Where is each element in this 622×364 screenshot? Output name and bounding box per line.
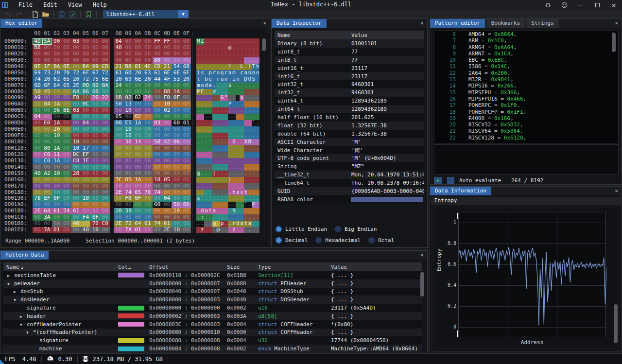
ascii-cell[interactable]: . [256,139,259,145]
ascii-cell[interactable]: . [216,152,220,158]
ascii-cell[interactable]: . [216,126,220,133]
hex-byte-cell[interactable]: 54 [172,64,181,70]
tab-pattern-editor[interactable]: Pattern editor [430,19,485,28]
ascii-cell[interactable]: . [228,139,232,145]
hex-byte-cell[interactable]: 00 [90,164,100,171]
ascii-cell[interactable]: . [220,195,224,202]
ascii-cell[interactable]: . [196,51,200,57]
ascii-cell[interactable]: . [228,51,232,57]
hex-byte-cell[interactable]: 53 [172,76,181,83]
ascii-cell[interactable]: . [216,221,220,227]
ascii-cell[interactable]: . [232,158,236,164]
inspector-row[interactable]: String"MZ" [275,162,424,171]
ascii-cell[interactable]: . [212,214,216,221]
ascii-cell[interactable]: . [208,51,212,57]
ascii-cell[interactable]: . [204,190,208,196]
ascii-cell[interactable]: . [224,45,228,51]
hex-byte-cell[interactable]: 00 [90,183,100,190]
hex-byte-cell[interactable]: 00 [172,171,181,177]
hex-byte-cell[interactable]: 00 [100,183,110,190]
ascii-cell[interactable]: . [204,38,208,45]
ascii-cell[interactable]: . [204,202,208,208]
ascii-cell[interactable]: . [196,208,200,214]
auto-evaluate-checkbox[interactable] [447,177,454,184]
ascii-cell[interactable]: . [244,177,248,183]
ascii-cell[interactable]: . [220,152,224,158]
hex-byte-cell[interactable]: 30 [123,139,133,145]
ascii-cell[interactable]: . [212,145,216,152]
inspector-row[interactable]: GUID{00905A4D-0003-0000-0400-0000FFFF000… [275,187,424,195]
ascii-cell[interactable]: . [240,171,243,177]
ascii-cell[interactable]: @ [216,227,220,233]
ascii-cell[interactable]: a [204,208,208,214]
hex-byte-cell[interactable]: 85 [123,177,133,183]
hex-byte-cell[interactable]: 00 [33,183,42,190]
ascii-cell[interactable]: e [236,190,240,196]
ascii-cell[interactable]: . [252,57,256,64]
hex-byte-cell[interactable]: 00 [143,171,153,177]
ascii-cell[interactable]: . [244,95,248,101]
ascii-cell[interactable]: . [244,45,248,51]
ascii-cell[interactable]: . [212,177,216,183]
ascii-cell[interactable]: . [256,95,259,101]
ascii-cell[interactable]: . [204,133,208,139]
pattern-data-row[interactable]: ▶header0x00000002 : 0x00000030x003Au8[58… [3,312,422,320]
hex-byte-cell[interactable]: 00 [114,183,123,190]
hex-byte-cell[interactable]: 00 [52,183,62,190]
ascii-cell[interactable]: . [216,120,220,126]
ascii-cell[interactable]: T [252,64,256,70]
ascii-cell[interactable]: . [228,89,232,95]
ascii-cell[interactable]: S [252,76,256,83]
hex-byte-cell[interactable]: 0D [81,83,90,89]
hex-byte-cell[interactable]: 58 [153,139,162,145]
ascii-cell[interactable]: . [216,89,220,95]
ascii-cell[interactable]: @ [196,171,200,177]
ascii-cell[interactable]: . [208,158,212,164]
ascii-cell[interactable]: . [244,126,248,133]
inspector-row[interactable]: RGBA8 color [275,195,424,204]
hex-byte-cell[interactable]: 69 [123,76,133,83]
hex-byte-cell[interactable]: 00 [114,152,123,158]
expanded-arrow-icon[interactable]: ▼ [14,298,20,302]
hex-byte-cell[interactable]: 00 [181,57,191,64]
ascii-cell[interactable]: . [252,227,256,233]
menu-item-edit[interactable]: Edit [38,0,63,9]
close-button[interactable]: ✕ [605,0,622,10]
hex-byte-cell[interactable]: 00 [153,227,162,233]
ascii-cell[interactable]: . [252,107,256,114]
ascii-cell[interactable]: . [228,164,232,171]
close-icon[interactable]: ✕ [615,20,618,26]
hex-byte-cell[interactable]: 67 [90,70,100,76]
ascii-cell[interactable]: . [244,57,248,64]
hex-byte-cell[interactable]: 00 [81,171,90,177]
inspector-row[interactable]: uint16_t23117 [275,64,424,72]
hex-byte-cell[interactable]: 00 [172,177,181,183]
ascii-cell[interactable]: . [212,190,216,196]
expanded-arrow-icon[interactable]: ▼ [26,330,33,335]
ascii-cell[interactable]: b [204,76,208,83]
hex-byte-cell[interactable]: 00 [172,158,181,164]
ascii-cell[interactable]: a [248,221,252,227]
hex-scrollbar[interactable] [262,38,266,51]
hex-byte-cell[interactable]: 00 [52,177,62,183]
ascii-cell[interactable]: . [240,51,243,57]
ascii-cell[interactable]: . [232,152,236,158]
ascii-cell[interactable]: | [228,177,232,183]
ascii-cell[interactable]: . [200,164,204,171]
hex-byte-cell[interactable]: 00 [62,158,71,164]
hex-byte-cell[interactable]: 00 [162,45,172,51]
hex-byte-cell[interactable]: 00 [123,183,133,190]
ascii-cell[interactable]: . [228,195,232,202]
ascii-cell[interactable]: . [196,145,200,152]
ascii-cell[interactable]: . [236,177,240,183]
hex-byte-cell[interactable]: 00 [181,83,191,89]
ascii-cell[interactable]: . [240,38,243,45]
hex-byte-cell[interactable]: 00 [90,152,100,158]
ascii-cell[interactable]: . [200,221,204,227]
hex-byte-cell[interactable]: 00 [143,164,153,171]
hex-byte-cell[interactable]: 65 [62,76,71,83]
ascii-cell[interactable] [204,70,208,76]
ascii-cell[interactable]: . [252,145,256,152]
hex-byte-cell[interactable]: 10 [71,145,81,152]
hex-byte-cell[interactable]: 7A [42,227,52,233]
